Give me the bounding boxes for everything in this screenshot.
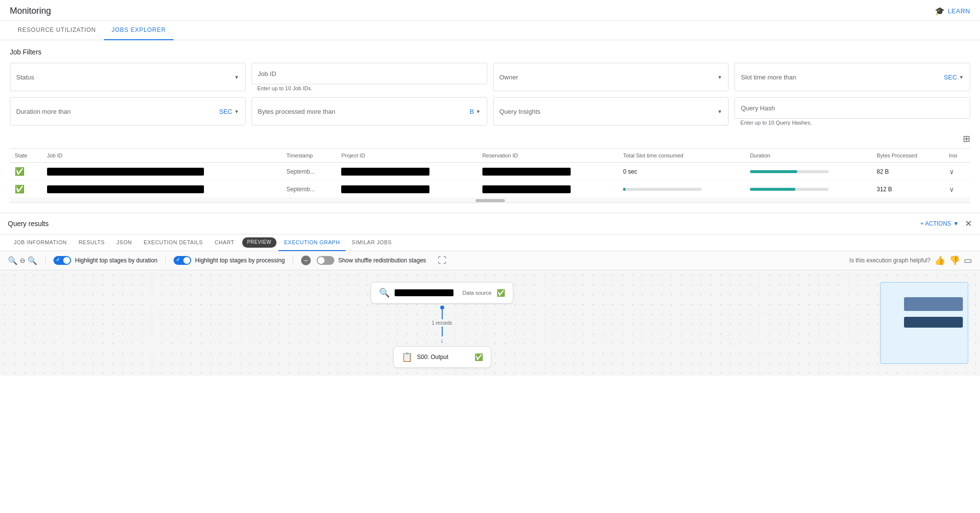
job-id-filter-container: Job ID Enter up to 10 Job IDs. xyxy=(251,63,487,91)
horizontal-scrollbar[interactable] xyxy=(10,198,970,203)
tab-job-information[interactable]: JOB INFORMATION xyxy=(8,234,73,251)
slot-time-unit: SEC xyxy=(944,74,957,81)
slot-time-chevron-icon: ▼ xyxy=(959,75,964,80)
filter-row-2: Duration more than SEC ▼ Bytes processed… xyxy=(10,97,970,126)
highlight-processing-switch[interactable]: ✓ xyxy=(174,256,191,265)
sidebar-toggle-icon[interactable]: ▭ xyxy=(964,255,972,266)
zoom-reset-icon[interactable]: ⊖ xyxy=(20,256,25,264)
thumbs-up-icon[interactable]: 👍 xyxy=(934,255,945,266)
bytes-filter-label: Bytes processed more than xyxy=(258,108,335,115)
job-id-hint: Enter up to 10 Job IDs. xyxy=(251,85,487,91)
tab-jobs-explorer[interactable]: JOBS EXPLORER xyxy=(104,21,174,40)
output-node: 📋 S00: Output ✅ xyxy=(393,346,491,368)
table-row: ✅ Septemb... 0 sec 82 B ∨ xyxy=(10,163,970,180)
owner-filter[interactable]: Owner ▼ xyxy=(493,63,729,91)
tab-chart[interactable]: CHART xyxy=(209,234,240,251)
query-insights-filter[interactable]: Query Insights ▼ xyxy=(493,97,729,126)
datasource-label: Data source xyxy=(462,290,491,296)
highlight-duration-switch[interactable]: ✓ xyxy=(53,256,71,265)
query-results-panel: Query results + ACTIONS ▼ ✕ JOB INFORMAT… xyxy=(0,213,980,376)
duration-filter-label: Duration more than xyxy=(16,108,71,115)
actions-button[interactable]: + ACTIONS ▼ xyxy=(920,220,959,227)
toolbar-separator-3 xyxy=(293,256,293,265)
app-title: Monitoring xyxy=(10,6,51,16)
bytes-cell-2: 312 B xyxy=(877,186,892,193)
main-tabs: RESOURCE UTILIZATION JOBS EXPLORER xyxy=(0,21,980,40)
query-insights-chevron-icon: ▼ xyxy=(717,109,722,114)
owner-filter-label: Owner xyxy=(500,74,518,81)
tab-json[interactable]: JSON xyxy=(111,234,138,251)
tab-execution-details[interactable]: EXECUTION DETAILS xyxy=(138,234,209,251)
datasource-node: 🔍 Data source ✅ xyxy=(371,282,513,304)
query-results-title: Query results xyxy=(8,220,49,228)
shuffle-off-switch[interactable] xyxy=(317,256,334,265)
duration-unit-dropdown[interactable]: SEC ▼ xyxy=(219,108,239,115)
filter-row-1: Status ▼ Job ID Enter up to 10 Job IDs. … xyxy=(10,63,970,91)
duration-filter[interactable]: Duration more than SEC ▼ xyxy=(10,97,246,126)
thumbs-down-icon[interactable]: 👎 xyxy=(949,255,960,266)
close-button[interactable]: ✕ xyxy=(965,218,972,229)
query-hash-label: Query Hash xyxy=(741,104,775,112)
reservation-id-redacted-2 xyxy=(482,185,571,193)
columns-icon[interactable]: ⊞ xyxy=(963,133,970,144)
col-duration: Duration xyxy=(745,149,872,163)
query-results-header: Query results + ACTIONS ▼ ✕ xyxy=(0,213,980,234)
duration-bar-1 xyxy=(750,170,829,173)
slot-time-cell: 0 sec xyxy=(623,168,637,175)
fullscreen-icon[interactable]: ⛶ xyxy=(438,256,447,266)
app-header: Monitoring 🎓 LEARN xyxy=(0,0,980,21)
shuffle-label: Show shuffle redistribution stages xyxy=(338,257,426,264)
col-insi: Insi xyxy=(944,149,970,163)
slot-time-filter[interactable]: Slot time more than SEC ▼ xyxy=(734,63,970,91)
duration-unit: SEC xyxy=(219,108,232,115)
shuffle-knob xyxy=(318,257,325,264)
zoom-in-icon[interactable]: 🔍 xyxy=(8,256,18,265)
col-state: State xyxy=(10,149,42,163)
jobs-table: State Job ID Timestamp Project ID Reserv… xyxy=(10,149,970,198)
search-node-icon: 🔍 xyxy=(379,287,390,298)
col-timestamp: Timestamp xyxy=(281,149,336,163)
job-id-filter[interactable]: Job ID xyxy=(251,63,487,84)
main-content: Job Filters Status ▼ Job ID Enter up to … xyxy=(0,40,980,211)
slot-time-filter-label: Slot time more than xyxy=(741,74,796,81)
shuffle-switch[interactable]: − xyxy=(301,256,311,265)
tab-preview[interactable]: PREVIEW xyxy=(242,237,276,248)
status-chevron-icon: ▼ xyxy=(234,75,239,80)
query-hash-filter[interactable]: Query Hash xyxy=(734,97,970,119)
feedback-label: Is this execution graph helpful? xyxy=(850,257,930,264)
connector-arrow-icon: ↓ xyxy=(440,336,444,344)
tab-execution-graph[interactable]: EXECUTION GRAPH xyxy=(278,234,346,251)
output-node-icon: 📋 xyxy=(402,352,412,362)
tab-similar-jobs[interactable]: SIMILAR JOBS xyxy=(346,234,398,251)
tab-resource-utilization[interactable]: RESOURCE UTILIZATION xyxy=(10,21,104,40)
highlight-processing-label: Highlight top stages by processing xyxy=(195,257,285,264)
status-success-icon-2: ✅ xyxy=(15,185,25,193)
school-icon: 🎓 xyxy=(935,6,945,16)
col-bytes: Bytes Processed xyxy=(872,149,944,163)
bytes-unit-dropdown[interactable]: B ▼ xyxy=(470,108,481,115)
scroll-thumb xyxy=(476,199,505,202)
table-row: ✅ Septemb... 312 B ∨ xyxy=(10,180,970,198)
toolbar-separator-2 xyxy=(165,256,166,265)
learn-button[interactable]: 🎓 LEARN xyxy=(935,6,970,16)
status-filter[interactable]: Status ▼ xyxy=(10,63,246,91)
tab-results[interactable]: RESULTS xyxy=(73,234,110,251)
col-reservation-id: Reservation ID xyxy=(477,149,618,163)
highlight-duration-label: Highlight top stages by duration xyxy=(75,257,157,264)
zoom-out-icon[interactable]: 🔍 xyxy=(27,256,37,265)
expand-icon[interactable]: ∨ xyxy=(949,168,954,176)
highlight-duration-knob xyxy=(63,257,70,264)
filters-section-title: Job Filters xyxy=(10,48,970,56)
slot-time-unit-dropdown[interactable]: SEC ▼ xyxy=(944,74,964,81)
table-toolbar: ⊞ xyxy=(10,129,970,149)
query-hash-hint: Enter up to 10 Query Hashes. xyxy=(734,120,970,126)
status-filter-label: Status xyxy=(16,74,34,81)
expand-icon-2[interactable]: ∨ xyxy=(949,185,954,193)
bytes-filter[interactable]: Bytes processed more than B ▼ xyxy=(251,97,487,126)
job-id-redacted-2 xyxy=(47,185,204,193)
project-id-redacted xyxy=(341,168,429,176)
bytes-unit: B xyxy=(470,108,474,115)
highlight-processing-toggle: ✓ Highlight top stages by processing xyxy=(174,256,285,265)
graph-content: 🔍 Data source ✅ 1 records ↓ 📋 S00: Outpu… xyxy=(8,278,876,368)
minimap-block-2 xyxy=(904,317,963,328)
